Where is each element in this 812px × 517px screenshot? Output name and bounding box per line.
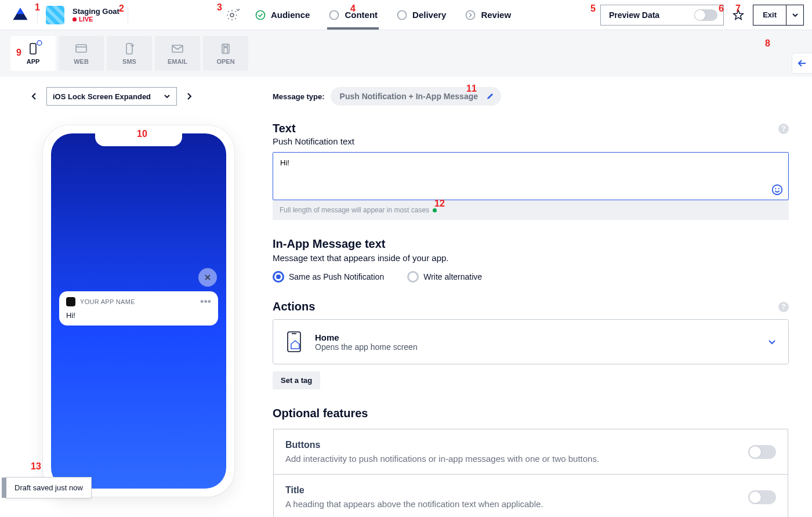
divider [128, 7, 128, 23]
svg-rect-10 [76, 45, 86, 52]
action-desc: Opens the app home screen [315, 342, 418, 352]
svg-marker-1 [16, 8, 24, 14]
svg-point-17 [225, 46, 227, 48]
feature-toggle[interactable] [748, 445, 776, 459]
phone-notch [95, 133, 182, 146]
tab-label: OPEN [216, 58, 234, 65]
svg-point-2 [230, 13, 234, 17]
push-text-hint: Full length of message will appear in mo… [273, 200, 789, 220]
optional-features-section: Optional features Buttons Add interactiv… [273, 407, 789, 517]
chevron-down-icon [164, 93, 171, 100]
message-type-label: Message type: [273, 92, 325, 101]
svg-marker-7 [734, 10, 744, 19]
top-bar: Staging Goat LIVE Audience Content Deliv… [0, 0, 812, 30]
svg-point-3 [256, 10, 264, 19]
tab-label: EMAIL [168, 58, 187, 65]
message-type-row: Message type: Push Notification + In-App… [273, 87, 789, 106]
channel-tab-app[interactable]: APP [10, 36, 56, 71]
collapse-panel-button[interactable] [792, 53, 812, 73]
app-icon[interactable] [46, 6, 64, 24]
draft-saved-toast: Draft saved just now [6, 477, 92, 498]
divider [37, 7, 38, 23]
preview-next-button[interactable] [183, 90, 195, 103]
open-channel-icon [219, 42, 233, 56]
svg-point-5 [398, 10, 407, 19]
app-icon [26, 42, 40, 56]
feature-title: Buttons [285, 440, 599, 450]
circle-icon [396, 9, 408, 21]
settings-gear-icon[interactable] [226, 9, 238, 21]
toggle-icon [694, 9, 717, 21]
channel-tab-web[interactable]: WEB [59, 36, 104, 71]
emoji-picker-button[interactable] [771, 183, 784, 196]
svg-point-6 [466, 10, 475, 19]
app-meta: Staging Goat LIVE [72, 7, 119, 23]
radio-write-alternative[interactable]: Write alternative [407, 271, 482, 283]
message-type-value: Push Notification + In-App Message [340, 92, 478, 101]
actions-heading: Actions [273, 300, 315, 313]
notification-close-button[interactable] [198, 268, 217, 287]
help-icon[interactable]: ? [778, 124, 789, 134]
set-tag-button[interactable]: Set a tag [273, 371, 320, 389]
phone-screen: YOUR APP NAME ••• Hi! [51, 133, 226, 489]
favorite-star-icon[interactable] [732, 9, 745, 21]
inapp-desc: Message text that appears inside of your… [273, 253, 789, 263]
exit-label: Exit [753, 10, 786, 19]
feature-title: Title [285, 485, 543, 496]
chevron-down-icon [767, 337, 777, 346]
text-section-sub: Push Notification text [273, 136, 789, 146]
phone-preview: YOUR APP NAME ••• Hi! [43, 125, 234, 497]
actions-section: Actions ? Home Opens the app home screen… [273, 300, 789, 389]
feature-toggle[interactable] [748, 490, 776, 504]
channel-tab-email[interactable]: EMAIL [155, 36, 200, 71]
step-label: Review [481, 10, 511, 20]
preview-mode-select[interactable]: iOS Lock Screen Expanded [46, 87, 177, 106]
step-review[interactable]: Review [463, 1, 512, 29]
chevron-circle-icon [465, 9, 476, 21]
wizard-steps: Audience Content Delivery Review [253, 1, 512, 29]
step-delivery[interactable]: Delivery [395, 1, 447, 29]
email-icon [171, 42, 184, 56]
exit-button[interactable]: Exit [753, 5, 804, 26]
pencil-icon [486, 92, 494, 100]
preview-data-toggle[interactable]: Preview Data [600, 5, 724, 26]
channel-tab-sms[interactable]: SMS [107, 36, 152, 71]
check-circle-icon [255, 9, 266, 21]
optional-heading: Optional features [273, 407, 789, 420]
action-title: Home [315, 332, 418, 342]
app-name: Staging Goat [72, 7, 119, 16]
preview-prev-button[interactable] [28, 90, 41, 103]
text-section-heading: Text ? [273, 122, 789, 135]
inapp-text-section: In-App Message text Message text that ap… [273, 237, 789, 283]
app-status-live: LIVE [72, 16, 119, 23]
circle-icon [328, 9, 340, 21]
svg-rect-13 [172, 45, 183, 52]
exit-dropdown[interactable] [786, 5, 803, 25]
web-icon [74, 42, 88, 56]
step-label: Content [345, 10, 378, 20]
radio-same-as-push[interactable]: Same as Push Notification [273, 271, 384, 283]
optional-feature-title: Title A heading that appears above the n… [273, 475, 788, 517]
notification-card: YOUR APP NAME ••• Hi! [59, 291, 218, 326]
channel-tab-open[interactable]: OPEN [203, 36, 248, 71]
svg-rect-14 [222, 44, 229, 53]
push-text-input[interactable] [273, 153, 788, 198]
notification-app-name: YOUR APP NAME [80, 298, 195, 305]
tab-label: WEB [74, 58, 89, 65]
step-audience[interactable]: Audience [253, 1, 311, 29]
help-icon[interactable]: ? [778, 302, 789, 312]
svg-point-21 [773, 185, 782, 195]
action-selector[interactable]: Home Opens the app home screen [273, 319, 789, 364]
step-content[interactable]: Content [327, 1, 379, 29]
preview-column: iOS Lock Screen Expanded YOUR APP NAME •… [0, 87, 249, 517]
tab-label: SMS [122, 58, 136, 65]
status-dot-icon [433, 208, 437, 212]
brand-logo[interactable] [12, 6, 29, 24]
message-type-selector[interactable]: Push Notification + In-App Message [331, 87, 501, 106]
feature-desc: Add interactivity to push notifications … [285, 454, 599, 464]
tab-label: APP [27, 58, 40, 65]
step-label: Delivery [412, 10, 446, 20]
preview-data-label: Preview Data [609, 10, 659, 20]
svg-point-9 [37, 41, 42, 45]
svg-point-4 [330, 10, 339, 19]
